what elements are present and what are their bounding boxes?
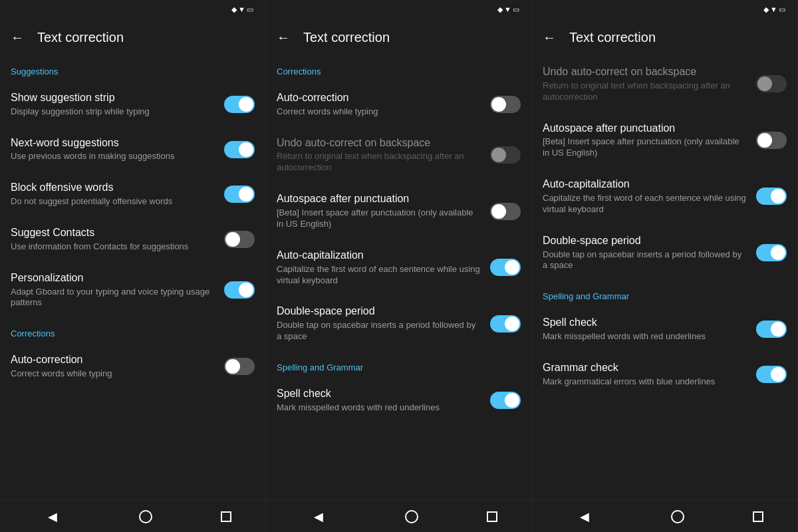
toggle-switch[interactable] — [224, 186, 255, 203]
setting-text: Double-space periodDouble tap on spaceba… — [277, 305, 490, 342]
setting-item[interactable]: Show suggestion stripDisplay suggestion … — [0, 82, 265, 127]
toggle-thumb — [771, 322, 785, 336]
setting-item[interactable]: Spell checkMark misspelled words with re… — [266, 378, 531, 423]
setting-title: Auto-capitalization — [543, 178, 748, 192]
section-label-1: Corrections — [0, 318, 265, 344]
toggle-thumb — [239, 97, 253, 112]
toggle-switch[interactable] — [490, 203, 521, 220]
setting-title: Auto-capitalization — [277, 249, 482, 263]
back-button[interactable]: ← — [11, 30, 24, 45]
nav-back-button[interactable]: ◀ — [301, 504, 336, 529]
setting-title: Block offensive words — [11, 181, 216, 195]
toggle-switch[interactable] — [490, 146, 521, 164]
toggle-switch[interactable] — [490, 315, 521, 332]
setting-text: Spell checkMark misspelled words with re… — [277, 387, 490, 414]
setting-text: Auto-capitalizationCapitalize the first … — [543, 178, 756, 215]
setting-item[interactable]: Suggest ContactsUse information from Con… — [0, 217, 265, 262]
back-button[interactable]: ← — [277, 30, 290, 45]
toggle-thumb — [771, 245, 785, 260]
toggle-switch[interactable] — [490, 96, 521, 113]
bottom-nav: ◀ — [532, 500, 797, 532]
setting-subtitle: Mark grammatical errors with blue underl… — [543, 376, 748, 388]
setting-subtitle: Do not suggest potentially offensive wor… — [11, 196, 216, 207]
toggle-switch[interactable] — [224, 96, 255, 113]
toggle-switch[interactable] — [756, 75, 787, 92]
setting-subtitle: Capitalize the first word of each senten… — [543, 193, 748, 215]
setting-item[interactable]: PersonalizationAdapt Gboard to your typi… — [0, 262, 265, 319]
toggle-switch[interactable] — [224, 281, 255, 299]
setting-item[interactable]: Double-space periodDouble tap on spaceba… — [266, 295, 531, 352]
page-title: Text correction — [37, 30, 124, 45]
setting-item[interactable]: Spell checkMark misspelled words with re… — [532, 307, 797, 352]
toggle-thumb — [239, 187, 253, 201]
nav-back-button[interactable]: ◀ — [567, 504, 602, 529]
status-icons: ◆▼▭ — [763, 5, 787, 14]
setting-item[interactable]: Undo auto-correct on backspaceReturn to … — [266, 127, 531, 184]
toggle-switch[interactable] — [490, 259, 521, 276]
setting-title: Undo auto-correct on backspace — [277, 136, 482, 150]
toggle-switch[interactable] — [224, 141, 255, 158]
setting-title: Grammar check — [543, 361, 748, 375]
toggle-switch[interactable] — [756, 244, 787, 261]
section-label-0: Suggestions — [0, 56, 265, 82]
phone-panel-2: ◆▼▭←Text correctionCorrectionsAuto-corre… — [266, 0, 532, 532]
toggle-thumb — [491, 148, 506, 162]
bottom-nav: ◀ — [0, 500, 265, 532]
toggle-thumb — [491, 97, 506, 112]
setting-item[interactable]: Auto-correctionCorrect words while typin… — [266, 82, 531, 127]
setting-item[interactable]: Auto-capitalizationCapitalize the first … — [266, 239, 531, 296]
toggle-switch[interactable] — [756, 132, 787, 149]
setting-subtitle: Return to original text when backspacing… — [543, 80, 748, 103]
setting-subtitle: Display suggestion strip while typing — [11, 106, 216, 118]
nav-recent-button[interactable] — [753, 511, 763, 522]
toggle-switch[interactable] — [224, 358, 255, 375]
toggle-thumb — [771, 189, 785, 203]
setting-item[interactable]: Auto-correctionCorrect words while typin… — [0, 344, 265, 389]
top-bar: ←Text correction — [532, 19, 797, 56]
toggle-switch[interactable] — [756, 321, 787, 338]
setting-text: Autospace after punctuation[Beta] Insert… — [277, 192, 490, 230]
setting-item[interactable]: Auto-capitalizationCapitalize the first … — [532, 168, 797, 225]
toggle-thumb — [771, 367, 785, 382]
setting-text: Auto-capitalizationCapitalize the first … — [277, 249, 490, 287]
setting-item[interactable]: Grammar checkMark grammatical errors wit… — [532, 352, 797, 397]
status-icons: ◆▼▭ — [497, 5, 521, 14]
bottom-nav: ◀ — [266, 500, 531, 532]
setting-title: Undo auto-correct on backspace — [543, 65, 748, 79]
setting-item[interactable]: Undo auto-correct on backspaceReturn to … — [532, 56, 797, 112]
setting-item[interactable]: Autospace after punctuation[Beta] Insert… — [532, 112, 797, 169]
setting-text: Autospace after punctuation[Beta] Insert… — [543, 122, 756, 160]
toggle-switch[interactable] — [490, 392, 521, 409]
setting-item[interactable]: Double-space periodDouble tap on spaceba… — [532, 225, 797, 281]
setting-title: Next-word suggestions — [11, 136, 216, 150]
toggle-thumb — [239, 142, 253, 157]
nav-home-button[interactable] — [671, 510, 684, 523]
setting-text: Show suggestion stripDisplay suggestion … — [11, 91, 224, 118]
toggle-switch[interactable] — [756, 188, 787, 205]
setting-title: Personalization — [11, 271, 216, 285]
setting-subtitle: Mark misspelled words with red underline… — [277, 402, 482, 414]
nav-home-button[interactable] — [405, 510, 418, 523]
status-bar: ◆▼▭ — [0, 0, 265, 19]
nav-recent-button[interactable] — [487, 511, 497, 522]
top-bar: ←Text correction — [266, 19, 531, 56]
setting-title: Double-space period — [277, 305, 482, 319]
setting-title: Autospace after punctuation — [277, 192, 482, 206]
setting-subtitle: Return to original text when backspacing… — [277, 151, 482, 174]
setting-subtitle: Adapt Gboard to your typing and voice ty… — [11, 287, 216, 309]
setting-item[interactable]: Block offensive wordsDo not suggest pote… — [0, 172, 265, 217]
scroll-content: CorrectionsAuto-correctionCorrect words … — [266, 56, 531, 500]
back-button[interactable]: ← — [543, 30, 556, 45]
toggle-switch[interactable] — [224, 231, 255, 248]
setting-title: Autospace after punctuation — [543, 122, 748, 136]
nav-home-button[interactable] — [139, 510, 152, 523]
nav-back-button[interactable]: ◀ — [35, 504, 70, 529]
setting-item[interactable]: Autospace after punctuation[Beta] Insert… — [266, 183, 531, 239]
setting-item[interactable]: Next-word suggestionsUse previous words … — [0, 127, 265, 172]
nav-recent-button[interactable] — [221, 511, 231, 522]
setting-subtitle: Use information from Contacts for sugges… — [11, 241, 216, 253]
status-bar: ◆▼▭ — [266, 0, 531, 19]
toggle-switch[interactable] — [756, 366, 787, 383]
toggle-thumb — [505, 393, 519, 408]
setting-title: Spell check — [543, 316, 748, 330]
